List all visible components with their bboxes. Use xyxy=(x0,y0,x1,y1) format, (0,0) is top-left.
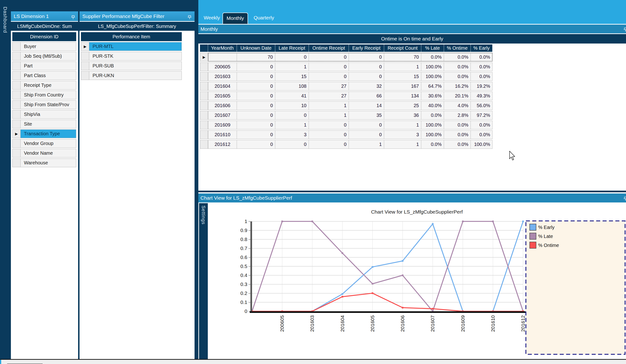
table-cell[interactable]: 0.0% xyxy=(421,140,444,149)
table-cell[interactable]: 0.0% xyxy=(471,72,493,81)
table-cell[interactable] xyxy=(208,53,237,62)
table-cell[interactable]: 0 xyxy=(237,121,275,129)
table-cell[interactable]: 70 xyxy=(237,53,275,62)
dimension-item[interactable]: Vendor Name xyxy=(12,149,76,157)
table-cell[interactable]: 20.1% xyxy=(444,92,471,100)
row-selector[interactable] xyxy=(200,101,208,110)
table-cell[interactable]: 0 xyxy=(349,53,384,62)
column-header-unknown-date[interactable]: Unknown Date xyxy=(237,44,275,52)
row-selector[interactable]: ▶ xyxy=(200,53,208,62)
dimension-item[interactable]: Ship From Country xyxy=(12,91,76,99)
table-cell[interactable]: 0 xyxy=(309,121,349,129)
table-cell[interactable]: 0 xyxy=(275,140,309,149)
table-cell[interactable]: 0 xyxy=(237,62,275,71)
table-cell[interactable]: 36 xyxy=(384,111,421,120)
table-cell[interactable]: 64.7% xyxy=(421,82,444,91)
row-selector[interactable] xyxy=(200,82,208,91)
settings-side-tab[interactable]: Settings xyxy=(199,203,208,359)
filter-item[interactable]: PUR-STK xyxy=(81,52,182,61)
filter-panel-titlebar[interactable]: Supplier Performance MfgCube Filter xyxy=(79,11,195,21)
dimension-item[interactable]: Ship From State/Prov xyxy=(12,100,76,109)
column-header--early[interactable]: % Early xyxy=(471,44,493,52)
chart-panel-titlebar[interactable]: Chart View for LS_zMfgCubeSupplierPerf xyxy=(198,193,626,202)
row-selector[interactable]: ▶ xyxy=(81,42,89,51)
dashboard-side-strip[interactable]: Dashboard xyxy=(0,0,11,359)
pin-icon[interactable] xyxy=(623,26,626,32)
dimension-item[interactable]: Part Class xyxy=(12,71,76,80)
table-cell[interactable]: 1 xyxy=(309,111,349,120)
table-cell[interactable]: 1 xyxy=(349,140,384,149)
table-cell[interactable]: 3 xyxy=(275,130,309,139)
table-cell[interactable]: 0 xyxy=(349,121,384,129)
table-cell[interactable]: 201612 xyxy=(208,140,237,149)
table-cell[interactable]: 0 xyxy=(237,111,275,120)
row-selector[interactable] xyxy=(12,110,20,119)
table-cell[interactable]: 0 xyxy=(275,53,309,62)
row-selector[interactable] xyxy=(200,140,208,149)
row-selector[interactable] xyxy=(200,92,208,100)
table-cell[interactable]: 0.0% xyxy=(444,121,471,129)
row-selector[interactable] xyxy=(12,91,20,99)
table-cell[interactable]: 0.0% xyxy=(444,62,471,71)
row-selector[interactable] xyxy=(200,121,208,129)
table-cell[interactable]: 0.0% xyxy=(471,130,493,139)
row-selector[interactable] xyxy=(12,149,20,157)
row-selector[interactable] xyxy=(12,62,20,70)
table-cell[interactable]: 0 xyxy=(309,130,349,139)
dimension-item[interactable]: Site xyxy=(12,120,76,128)
table-cell[interactable]: 0 xyxy=(309,62,349,71)
table-cell[interactable]: 40.0% xyxy=(421,101,444,110)
pin-icon[interactable] xyxy=(623,195,626,201)
column-header-late-receipt[interactable]: Late Receipt xyxy=(275,44,309,52)
table-cell[interactable]: 0.0% xyxy=(444,53,471,62)
pin-icon[interactable] xyxy=(71,13,76,19)
table-cell[interactable]: 30.6% xyxy=(421,92,444,100)
dimension-item[interactable]: ▶Transaction Type xyxy=(12,129,76,138)
table-cell[interactable]: 0 xyxy=(349,62,384,71)
table-cell[interactable]: 1 xyxy=(309,101,349,110)
row-selector[interactable] xyxy=(200,111,208,120)
table-row[interactable]: 20160700135360.0%2.8%97.2% xyxy=(200,111,493,120)
table-cell[interactable]: 201609 xyxy=(208,121,237,129)
filter-item[interactable]: PUR-SUB xyxy=(81,62,182,70)
table-cell[interactable]: 1 xyxy=(275,62,309,71)
row-selector[interactable] xyxy=(12,158,20,167)
table-row[interactable]: ▶70000700.0%0.0%0.0% xyxy=(200,53,493,62)
table-row[interactable]: 20160901001100.0%0.0%0.0% xyxy=(200,121,493,129)
table-cell[interactable]: 1 xyxy=(384,121,421,129)
table-cell[interactable]: 16.2% xyxy=(444,82,471,91)
table-cell[interactable]: 15 xyxy=(275,72,309,81)
table-row[interactable]: 201612000110.0%0.0%100.0% xyxy=(200,140,493,149)
tab-monthly[interactable]: Monthly xyxy=(223,12,248,24)
grid-header-row[interactable]: YearMonthUnknown DateLate ReceiptOntime … xyxy=(200,44,493,52)
tab-quarterly[interactable]: Quarterly xyxy=(251,11,277,24)
table-cell[interactable]: 0 xyxy=(237,82,275,91)
table-cell[interactable]: 4.0% xyxy=(444,101,471,110)
table-cell[interactable]: 100.0% xyxy=(421,121,444,129)
table-cell[interactable]: 19.2% xyxy=(471,82,493,91)
filter-item[interactable]: PUR-UKN xyxy=(81,71,182,80)
row-selector[interactable] xyxy=(81,71,89,80)
table-cell[interactable]: 134 xyxy=(384,92,421,100)
table-cell[interactable]: 35 xyxy=(349,111,384,120)
table-cell[interactable]: 1 xyxy=(384,62,421,71)
table-cell[interactable]: 0 xyxy=(349,130,384,139)
table-cell[interactable]: 0.0% xyxy=(421,53,444,62)
table-cell[interactable]: 0.0% xyxy=(444,140,471,149)
table-row[interactable]: 2016060101142540.0%4.0%56.0% xyxy=(200,101,493,110)
row-selector[interactable] xyxy=(12,81,20,90)
table-cell[interactable]: 32 xyxy=(349,82,384,91)
table-cell[interactable]: 56.0% xyxy=(471,101,493,110)
chart-legend[interactable] xyxy=(526,221,625,354)
table-cell[interactable]: 0 xyxy=(237,140,275,149)
table-cell[interactable]: 0.0% xyxy=(471,53,493,62)
column-header-yearmonth[interactable]: YearMonth xyxy=(208,44,237,52)
table-row[interactable]: 20161003003100.0%0.0%0.0% xyxy=(200,130,493,139)
table-cell[interactable]: 0.0% xyxy=(444,72,471,81)
table-cell[interactable]: 66 xyxy=(349,92,384,100)
table-cell[interactable]: 0 xyxy=(237,72,275,81)
table-cell[interactable]: 25 xyxy=(384,101,421,110)
dimension-panel-titlebar[interactable]: LS Dimension 1 xyxy=(11,11,78,21)
dimension-item[interactable]: ShipVia xyxy=(12,110,76,119)
row-selector[interactable]: ▶ xyxy=(12,129,20,138)
